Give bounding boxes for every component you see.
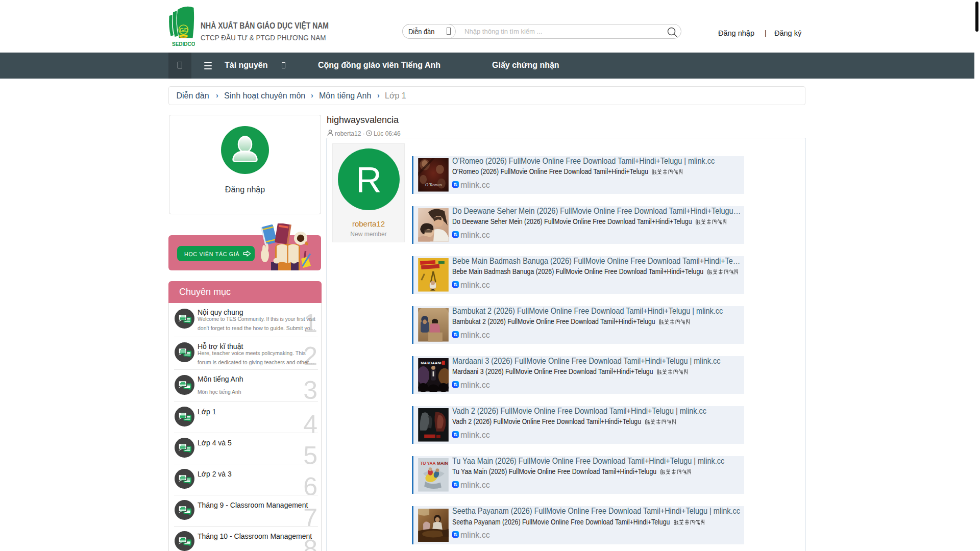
svg-text:SEDIDCO: SEDIDCO — [172, 41, 195, 47]
svg-text:GD: GD — [180, 27, 188, 33]
svg-text:TU YAA: TU YAA — [420, 461, 435, 466]
svg-text:R: R — [356, 160, 382, 199]
svg-text:MARDAANI: MARDAANI — [421, 361, 442, 365]
svg-text:O’Romeo: O’Romeo — [425, 182, 442, 187]
svg-text:MAIN: MAIN — [436, 461, 448, 466]
